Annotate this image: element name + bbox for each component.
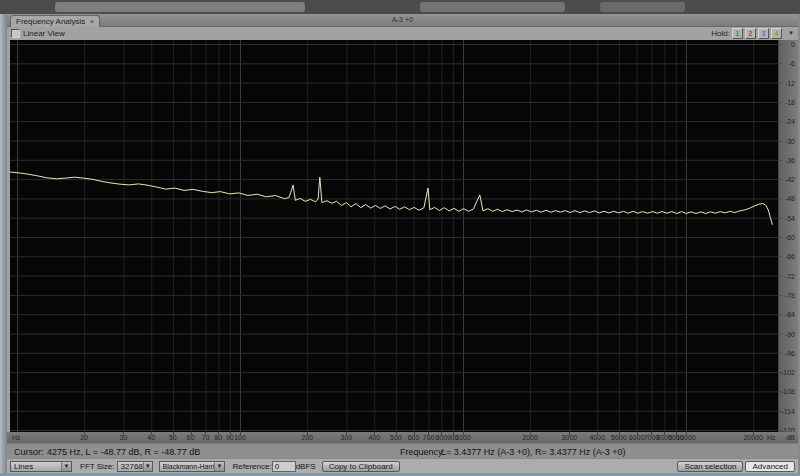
status-bar: Cursor: 4275 Hz, L = -48.77 dB, R = -48.… xyxy=(7,443,798,458)
chevron-down-icon[interactable]: ▼ xyxy=(143,462,152,471)
hz-tick-label: 2000 xyxy=(522,434,538,441)
reference-unit: dBFS xyxy=(296,462,316,471)
hz-tick-label: 500 xyxy=(390,434,402,441)
db-tick-mark xyxy=(779,179,782,180)
hold-button-4[interactable]: 4 xyxy=(771,28,782,39)
frequency-value: L= 3.4377 Hz (A-3 +0), R= 3.4377 Hz (A-3… xyxy=(441,447,626,457)
db-scale: 0-6-12-18-24-30-36-42-48-54-60-66-72-78-… xyxy=(778,40,798,432)
db-tick-label: -108 xyxy=(781,388,795,395)
hz-tick-label: 30 xyxy=(119,434,127,441)
chevron-down-icon[interactable]: ▼ xyxy=(214,462,223,471)
db-tick-mark xyxy=(779,314,782,315)
display-mode-value: Lines xyxy=(14,462,33,471)
hz-tick-label: 800 xyxy=(436,434,448,441)
spectrum-plot-svg xyxy=(10,40,778,432)
db-tick-label: -72 xyxy=(785,273,795,280)
db-tick-label: -102 xyxy=(781,369,795,376)
advanced-button[interactable]: Advanced xyxy=(745,461,795,472)
hz-tick-label: 10000 xyxy=(676,434,695,441)
db-tick-label: -66 xyxy=(785,253,795,260)
db-tick-label: -42 xyxy=(785,176,795,183)
hz-tick-label: 600 xyxy=(408,434,420,441)
db-tick-mark xyxy=(779,63,782,64)
db-tick-label: -114 xyxy=(782,408,796,415)
cursor-value: 4275 Hz, L = -48.77 dB, R = -48.77 dB xyxy=(47,447,200,457)
db-tick-label: -78 xyxy=(785,292,795,299)
db-tick-mark xyxy=(779,160,782,161)
copy-to-clipboard-button[interactable]: Copy to Clipboard xyxy=(322,461,400,472)
hz-tick-label: 400 xyxy=(368,434,380,441)
db-tick-label: -96 xyxy=(785,350,795,357)
hold-button-2[interactable]: 2 xyxy=(745,28,756,39)
db-tick-mark xyxy=(779,295,782,296)
db-tick-mark xyxy=(779,334,782,335)
advanced-label: Advanced xyxy=(752,462,788,471)
frequency-scale: Hz Hz dB 2030405060708090100200300400500… xyxy=(7,432,798,443)
db-tick-label: -18 xyxy=(785,99,795,106)
chevron-down-icon[interactable]: ▼ xyxy=(61,462,71,471)
db-tick-mark xyxy=(779,276,782,277)
cursor-label: Cursor: xyxy=(14,447,44,457)
hz-tick-label: 6000 xyxy=(629,434,645,441)
hz-tick-label: 300 xyxy=(341,434,353,441)
host-window-top-bar xyxy=(0,0,800,14)
host-window-left-edge xyxy=(0,14,7,473)
db-tick-mark xyxy=(779,102,782,103)
hz-tick-label: 20000 xyxy=(743,434,762,441)
panel-menu-icon[interactable]: ▾ xyxy=(786,28,796,38)
note-readout: A-3 +0 xyxy=(7,16,798,23)
db-tick-mark xyxy=(779,83,782,84)
reference-label: Reference: xyxy=(233,462,272,471)
reference-input[interactable]: 0 xyxy=(272,461,296,472)
hz-tick-label: 60 xyxy=(187,434,195,441)
hz-tick-label: 4000 xyxy=(589,434,605,441)
scan-selection-label: Scan selection xyxy=(684,462,736,471)
db-tick-label: -48 xyxy=(785,195,795,202)
db-tick-label: -90 xyxy=(785,331,795,338)
hz-tick-label: 100 xyxy=(234,434,246,441)
hz-tick-label: 80 xyxy=(214,434,222,441)
hz-tick-label: 200 xyxy=(301,434,313,441)
scan-selection-button[interactable]: Scan selection xyxy=(677,461,743,472)
hold-label: Hold: xyxy=(711,29,730,38)
db-tick-label: -30 xyxy=(785,138,795,145)
db-tick-mark xyxy=(779,198,782,199)
db-tick-mark xyxy=(779,218,782,219)
db-tick-mark xyxy=(779,141,782,142)
db-tick-label: -36 xyxy=(785,157,795,164)
db-tick-mark xyxy=(779,353,782,354)
fft-size-dropdown[interactable]: 32768 ▼ xyxy=(117,461,153,472)
hold-group: Hold: 1234 xyxy=(711,28,782,39)
db-tick-mark xyxy=(779,256,782,257)
hz-tick-label: 5000 xyxy=(611,434,627,441)
fft-size-value: 32768 xyxy=(121,462,143,471)
hz-tick-label: 50 xyxy=(169,434,177,441)
control-bar: Lines ▼ FFT Size: 32768 ▼ Blackmann-Harr… xyxy=(7,458,798,473)
db-tick-mark xyxy=(779,44,782,45)
window-function-value: Blackmann-Harris xyxy=(163,463,215,470)
panel-header-row: Linear View Hold: 1234 ▾ xyxy=(7,27,798,40)
hold-buttons: 1234 xyxy=(732,28,782,39)
hz-tick-label: 3000 xyxy=(562,434,578,441)
hold-button-1[interactable]: 1 xyxy=(732,28,743,39)
hz-tick-label: 1000 xyxy=(455,434,471,441)
hz-tick-label: 40 xyxy=(147,434,155,441)
hz-tick-label: 90 xyxy=(226,434,234,441)
db-tick-mark xyxy=(779,121,782,122)
host-toolbar-fragment xyxy=(55,2,305,12)
linear-view-checkbox[interactable] xyxy=(11,29,20,38)
db-unit-corner: dB xyxy=(786,434,795,441)
hold-button-3[interactable]: 3 xyxy=(758,28,769,39)
linear-view-toggle[interactable]: Linear View xyxy=(11,29,65,38)
db-tick-label: -54 xyxy=(785,215,795,222)
window-function-dropdown[interactable]: Blackmann-Harris ▼ xyxy=(159,461,225,472)
panel-tab-strip: Frequency Analysis × A-3 +0 xyxy=(7,14,798,27)
hz-tick-label: 70 xyxy=(202,434,210,441)
display-mode-dropdown[interactable]: Lines ▼ xyxy=(10,461,72,472)
hz-tick-label: 700 xyxy=(423,434,435,441)
hz-unit-right: Hz xyxy=(767,434,776,441)
db-tick-label: -60 xyxy=(785,234,795,241)
db-tick-label: -6 xyxy=(789,60,795,67)
hz-tick-label: 20 xyxy=(80,434,88,441)
spectrum-plot-area[interactable] xyxy=(10,40,778,432)
